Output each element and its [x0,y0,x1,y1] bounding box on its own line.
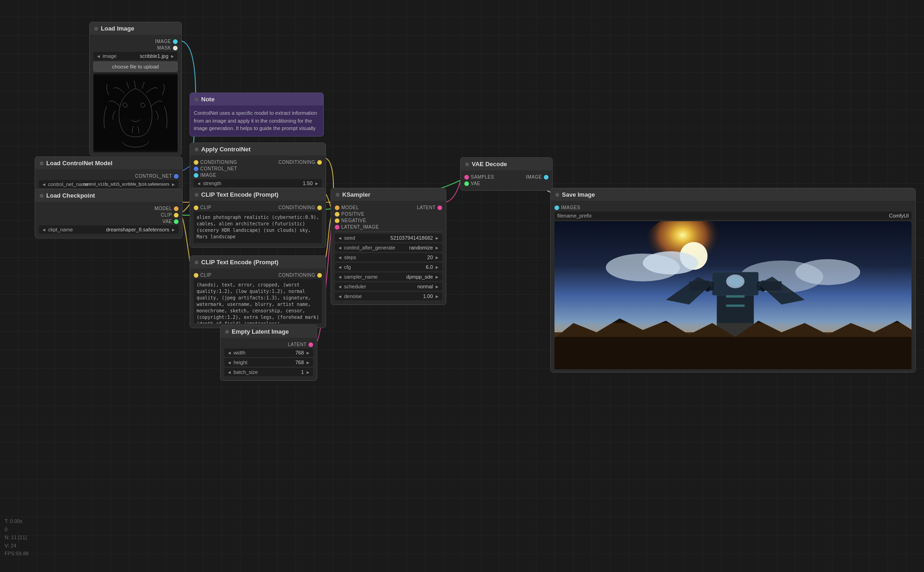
node-status-dot [225,330,229,334]
latent-out-label: LATENT [288,342,307,347]
clip-pos-in-port[interactable] [194,205,198,210]
prev-arrow[interactable]: ◄ [338,284,342,289]
next-arrow[interactable]: ► [314,181,319,186]
prev-arrow[interactable]: ◄ [227,360,232,365]
load-image-title: Load Image [101,25,134,32]
images-in-port[interactable] [554,205,559,210]
prev-arrow[interactable]: ◄ [227,350,232,355]
node-status-dot [336,193,339,197]
scheduler-value: normal [374,284,433,289]
ksampler-header: KSampler [331,188,446,201]
steps-label: steps [344,255,372,260]
prev-arrow[interactable]: ◄ [338,265,342,270]
next-arrow[interactable]: ► [435,265,439,270]
denoise-value: 1.00 [374,293,433,299]
prev-arrow[interactable]: ◄ [96,54,101,59]
prev-arrow[interactable]: ◄ [338,255,342,260]
prev-arrow[interactable]: ◄ [338,274,342,280]
next-arrow[interactable]: ► [171,182,176,187]
clip-neg-in-port[interactable] [194,273,198,278]
latent-out-port[interactable] [437,205,442,210]
stat-fps: FPS:59.88 [5,550,29,558]
strength-value: 1.50 [233,180,313,186]
negative-in-port[interactable] [335,218,339,223]
next-arrow[interactable]: ► [170,54,175,59]
prev-arrow[interactable]: ◄ [227,370,232,375]
checkpoint-name-field: ◄ ckpt_name dreamshaper_8.safetensors ► [39,225,179,234]
vae-in-port[interactable] [464,181,469,186]
prev-arrow[interactable]: ◄ [42,182,46,187]
clip-pos-out-label: CONDITIONING [278,205,315,210]
image-preview: ③ [93,74,178,152]
sampler-label: sampler_name [344,274,378,280]
batch-field: ◄ batch_size 1 ► [224,368,313,376]
next-arrow[interactable]: ► [306,350,310,355]
clip-negative-text[interactable] [194,279,322,323]
conditioning-out-port[interactable] [317,160,322,165]
svg-rect-28 [554,323,912,337]
image-in-label: image [200,173,216,178]
clip-pos-out-port[interactable] [317,205,322,210]
model-in-port[interactable] [335,205,339,210]
node-status-dot [40,162,43,165]
sampler-value: dpmpp_sde [380,274,433,280]
prev-arrow[interactable]: ◄ [338,245,342,250]
clip-positive-node: CLIP Text Encode (Prompt) clip CONDITION… [190,188,326,248]
clip-out-label: CLIP [161,212,172,218]
clip-neg-out-port[interactable] [317,273,322,278]
next-arrow[interactable]: ► [306,370,310,375]
image-in-port[interactable] [194,173,198,178]
node-status-dot [195,193,198,197]
note-title: Note [201,96,215,103]
positive-in-port[interactable] [335,212,339,217]
controlnet-in-label: control_net [200,166,237,171]
latent-image-in-port[interactable] [335,225,339,230]
save-image-title: Save Image [562,191,595,198]
latent-out-port[interactable] [308,342,313,347]
steps-field: ◄ steps 20 ► [335,253,442,261]
stat-nodes: N: 11 [11] [5,534,29,542]
node-status-dot [195,148,198,151]
node-status-dot [40,194,43,198]
clip-neg-in-label: clip [200,273,211,278]
vae-label: vae [471,181,480,186]
image-out-port[interactable] [544,175,548,180]
next-arrow[interactable]: ► [306,360,310,365]
node-status-dot [94,27,98,31]
model-out-port[interactable] [174,206,179,211]
width-value: 768 [263,350,304,355]
samples-in-port[interactable] [464,175,469,180]
next-arrow[interactable]: ► [435,245,439,250]
height-value: 768 [263,360,304,365]
prev-arrow[interactable]: ◄ [338,236,342,241]
next-arrow[interactable]: ► [435,274,439,280]
next-arrow[interactable]: ► [435,284,439,289]
stat-vram: V: 24 [5,542,29,550]
seed-field: ◄ seed 521037941418682 ► [335,234,442,242]
apply-controlnet-title: Apply ControlNet [201,146,251,153]
prev-arrow[interactable]: ◄ [338,294,342,299]
clip-positive-text[interactable] [194,211,322,243]
controlnet-in-port[interactable] [194,167,198,171]
image-out-port[interactable] [173,39,178,44]
choose-file-button[interactable]: choose file to upload [93,62,178,72]
stat-line2: 0 [5,526,29,534]
mask-out-port[interactable] [173,46,178,50]
next-arrow[interactable]: ► [435,236,439,241]
svg-rect-0 [93,75,178,151]
conditioning-in-port[interactable] [194,160,198,165]
prev-arrow[interactable]: ◄ [42,227,46,232]
negative-label: negative [341,218,366,223]
next-arrow[interactable]: ► [435,294,439,299]
strength-field: ◄ strength 1.50 ► [194,179,322,187]
svg-rect-20 [726,295,745,298]
vae-out-port[interactable] [174,219,179,224]
prev-arrow[interactable]: ◄ [197,181,201,186]
note-body: ControlNet uses a specific model to extr… [190,106,323,136]
controlnet-out-port[interactable] [174,174,179,179]
clip-out-port[interactable] [174,213,179,218]
next-arrow[interactable]: ► [435,255,439,260]
load-checkpoint-node: Load Checkpoint MODEL CLIP VAE ◄ ckpt_na… [35,189,183,238]
next-arrow[interactable]: ► [171,227,176,232]
svg-point-10 [643,251,698,274]
